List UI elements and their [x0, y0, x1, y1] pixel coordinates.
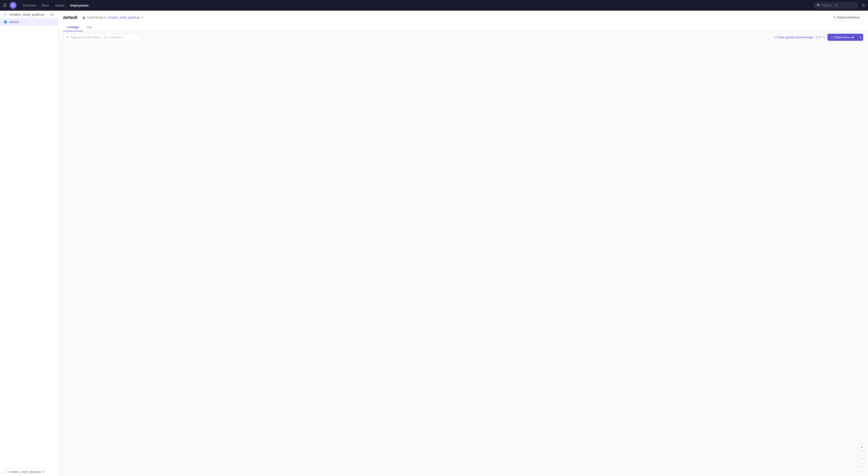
- nav-links: OverviewRunsAssetsDeployment: [21, 2, 812, 9]
- content-tabs: Lineage List: [63, 23, 863, 31]
- sidebar-badge: 1: [50, 13, 55, 16]
- footer-file-icon: 📄: [3, 470, 7, 474]
- view-lineage-label: View global asset lineage: [778, 35, 813, 39]
- top-nav: ☰ OverviewRunsAssetsDeployment 🔍 Search.…: [0, 0, 868, 11]
- nav-link-deployment[interactable]: Deployment: [68, 2, 91, 9]
- asset-group-prefix: Asset Group in: [87, 16, 106, 19]
- page-title: default: [63, 15, 78, 20]
- nav-link-overview[interactable]: Overview: [21, 2, 38, 9]
- materialize-btn-group: ⬡ Materialize all ▾: [828, 34, 863, 41]
- footer-file-label: complex_asset_graph.py: [8, 470, 41, 474]
- dropdown-chevron-icon: ▾: [860, 35, 861, 39]
- asset-group-meta-icon: ▦: [82, 16, 85, 20]
- content-header: default ▦ Asset Group in complex_asset_g…: [58, 11, 868, 31]
- asset-group-link[interactable]: complex_asset_graph.py: [107, 16, 140, 19]
- zoom-fit-button[interactable]: ○: [858, 452, 865, 458]
- sidebar-item-complex-asset-graph[interactable]: 📄 complex_asset_graph.py 1: [0, 11, 58, 18]
- materialize-label: Materialize all: [835, 35, 854, 39]
- sidebar-item-default[interactable]: 🔷 default: [0, 18, 58, 26]
- search-icon: 🔍: [817, 4, 820, 7]
- timer-refresh-icon[interactable]: ↻: [823, 36, 825, 39]
- search-placeholder: Search...: [822, 4, 834, 7]
- filter-input[interactable]: [70, 35, 138, 39]
- reload-definitions-button[interactable]: ↻ Reload definitions: [830, 14, 863, 21]
- nav-link-assets[interactable]: Assets: [53, 2, 67, 9]
- zoom-in-button[interactable]: +: [858, 444, 865, 451]
- tab-list[interactable]: List: [83, 23, 95, 31]
- title-row: default ▦ Asset Group in complex_asset_g…: [63, 14, 863, 21]
- app-logo: [10, 2, 17, 9]
- hamburger-icon[interactable]: ☰: [3, 3, 7, 8]
- sidebar-item-label: complex_asset_graph.py: [9, 12, 48, 16]
- settings-icon[interactable]: ⚙: [862, 3, 865, 8]
- materialize-all-button[interactable]: ⬡ Materialize all: [828, 34, 857, 41]
- lineage-toolbar: ✦ ⬡ View global asset lineage 0:27 ↻ ⬡: [58, 31, 868, 43]
- timer-display: 0:27 ↻: [816, 36, 825, 39]
- main-layout: 📄 complex_asset_graph.py 1 🔷 default 📄 c…: [0, 11, 868, 476]
- view-global-lineage-link[interactable]: ⬡ View global asset lineage: [774, 35, 813, 39]
- materialize-dropdown-button[interactable]: ▾: [857, 34, 863, 41]
- footer-refresh-icon[interactable]: ↻: [42, 470, 45, 474]
- search-bar[interactable]: 🔍 Search... /: [814, 2, 858, 8]
- search-slash: /: [835, 4, 838, 7]
- sidebar-footer: 📄 complex_asset_graph.py ↻: [0, 468, 58, 476]
- sidebar: 📄 complex_asset_graph.py 1 🔷 default 📄 c…: [0, 11, 58, 476]
- lineage-area: ✦ ⬡ View global asset lineage 0:27 ↻ ⬡: [58, 31, 868, 476]
- reload-label: Reload definitions: [837, 16, 860, 19]
- filter-input-wrapper[interactable]: ✦: [63, 34, 141, 41]
- file-icon: 📄: [3, 12, 7, 16]
- title-meta: ▦ Asset Group in complex_asset_graph.py …: [82, 16, 144, 20]
- nav-link-runs[interactable]: Runs: [39, 2, 52, 9]
- asset-group-refresh-icon[interactable]: ↻: [141, 16, 144, 19]
- toolbar-right: ⬡ View global asset lineage 0:27 ↻ ⬡ Mat…: [774, 34, 863, 41]
- zoom-out-button[interactable]: −: [858, 460, 865, 466]
- reload-icon: ↻: [833, 16, 836, 19]
- sidebar-item-label: default: [9, 20, 55, 24]
- asset-group-icon: 🔷: [3, 20, 7, 24]
- view-lineage-icon: ⬡: [774, 35, 777, 39]
- materialize-icon: ⬡: [831, 35, 834, 39]
- content-area: default ▦ Asset Group in complex_asset_g…: [58, 11, 868, 476]
- tab-lineage[interactable]: Lineage: [63, 23, 83, 31]
- zoom-controls: + ○ −: [858, 444, 865, 466]
- filter-icon: ✦: [66, 35, 69, 39]
- timer-value: 0:27: [816, 36, 822, 39]
